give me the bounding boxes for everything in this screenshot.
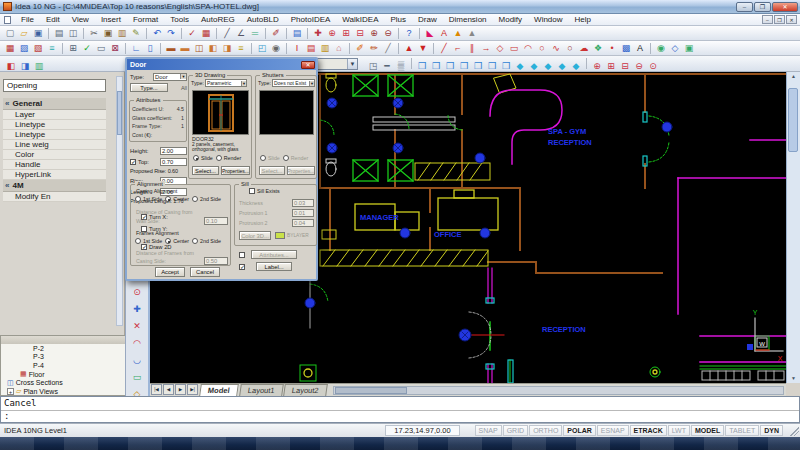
tab-nav-button[interactable]: ▶ [175,384,186,395]
help-icon[interactable]: ? [403,27,416,40]
layer-grid-icon[interactable]: ▦ [4,42,17,55]
dialog-titlebar[interactable]: Door ✕ [127,59,316,70]
zoom-ext-icon[interactable]: ⊕ [591,60,604,73]
window-tool-icon[interactable]: ◨ [221,42,234,55]
mdi-minimize-button[interactable]: ‒ [762,15,773,24]
boundary-tool-icon[interactable]: ◇ [669,42,682,55]
sidebar-section-4m[interactable]: «4M [3,180,106,192]
print-preview-icon[interactable]: ◫ [67,27,80,40]
accept-button[interactable]: Accept [155,267,185,277]
menu-insert[interactable]: Insert [95,14,127,25]
tab-layout2[interactable]: Layout2 [284,384,328,396]
scroll-down-icon[interactable]: ▼ [787,374,800,383]
menu-format[interactable]: Format [127,14,164,25]
plot-style-icon[interactable]: ▒ [395,60,408,73]
zoom-dyn-icon[interactable]: ⊙ [647,60,660,73]
zoom-prev2-icon[interactable]: ⊟ [619,60,632,73]
menu-tools[interactable]: Tools [164,14,195,25]
menu-help[interactable]: Help [569,14,597,25]
menu-edit[interactable]: Edit [40,14,66,25]
image-attach-icon[interactable]: ▣ [683,42,696,55]
draw-ellipse-icon[interactable]: ○ [564,42,577,55]
insert-block-icon[interactable]: ❖ [592,42,605,55]
menu-file[interactable]: File [15,14,40,25]
text-a-icon[interactable]: A [634,42,647,55]
wall-tool-icon[interactable]: ▬ [165,42,178,55]
draw-double-line-icon[interactable]: ∥ [466,42,479,55]
toggle-lwt[interactable]: LWT [668,425,690,436]
v-erase-icon[interactable]: ✕ [131,320,144,333]
toggle-grid[interactable]: GRID [503,425,529,436]
zoom-in-icon[interactable]: ⊕ [368,27,381,40]
render-cube-2-icon[interactable]: ❒ [430,60,443,73]
draw-polygon-icon[interactable]: ◇ [494,42,507,55]
toggle-tablet[interactable]: TABLET [725,425,759,436]
sidebar-item-linetype[interactable]: Linetype [3,130,106,140]
match-properties-icon[interactable]: ◳ [367,60,380,73]
stairs-tool-icon[interactable]: ≡ [235,42,248,55]
menu-plus[interactable]: Plus [385,14,413,25]
sidebar-item-modify-en[interactable]: Modify En [3,192,106,202]
select-button[interactable]: Select... [192,166,219,175]
label-checkbox[interactable] [239,264,245,270]
toggle-etrack[interactable]: ETRACK [630,425,667,436]
4m-warning-icon[interactable]: ▲ [452,27,465,40]
toggle-dyn[interactable]: DYN [760,425,783,436]
category-selector[interactable]: Opening [3,79,106,92]
osnap-settings-icon[interactable]: ◧ [5,60,18,73]
roof-tool-icon[interactable]: ⌂ [333,42,346,55]
batch-check-icon[interactable]: ▦ [200,27,213,40]
zoom-previous-icon[interactable]: ⊟ [354,27,367,40]
menu-autobld[interactable]: AutoBLD [241,14,285,25]
draw-arc-icon[interactable]: ◠ [522,42,535,55]
layer-edit-icon[interactable]: ▨ [18,42,31,55]
top-checkbox[interactable] [130,159,136,165]
render-cube-4-icon[interactable]: ❒ [458,60,471,73]
cancel-button[interactable]: Cancel [190,267,220,277]
zoom-window-icon[interactable]: ⊞ [340,27,353,40]
door-tool-icon[interactable]: ◧ [207,42,220,55]
scroll-thumb[interactable] [788,88,798,152]
attributes-checkbox[interactable] [239,252,245,258]
shade-mode-4-icon[interactable]: ◆ [556,60,569,73]
render-cube-3-icon[interactable]: ❒ [444,60,457,73]
v-arc-bottom-icon[interactable]: ◡ [131,354,144,367]
menu-draw[interactable]: Draw [412,14,443,25]
wall-check-icon[interactable]: ✓ [81,42,94,55]
casing-1st-radio[interactable] [135,196,141,202]
render-cube-7-icon[interactable]: ❒ [500,60,513,73]
menu-dimension[interactable]: Dimension [443,14,493,25]
shade-mode-1-icon[interactable]: ◆ [514,60,527,73]
text-insert-icon[interactable]: I [291,42,304,55]
shutter-slide-radio[interactable] [260,155,266,161]
tab-model[interactable]: Model [199,384,238,396]
corner-tool-icon[interactable]: ∟ [130,42,143,55]
render-cube-6-icon[interactable]: ❒ [486,60,499,73]
sidebar-item-layer[interactable]: Layer [3,110,106,120]
drawing3d-type-combo[interactable]: Parametric ▼ [205,79,247,87]
tri-up-icon[interactable]: ▲ [403,42,416,55]
v-pan-icon[interactable]: ✚ [131,303,144,316]
zoom-win2-icon[interactable]: ⊞ [605,60,618,73]
menu-modify[interactable]: Modify [493,14,529,25]
shutter-render-radio[interactable] [283,155,289,161]
zoom-out-icon[interactable]: ⊖ [382,27,395,40]
menu-autoreg[interactable]: AutoREG [195,14,241,25]
canvas-vertical-scrollbar[interactable]: ▲ ▼ [786,72,800,383]
menu-walkidea[interactable]: WalkIDEA [336,14,384,25]
rect-room-icon[interactable]: ▭ [95,42,108,55]
sidebar-item-handle[interactable]: Handle [3,160,106,170]
lineweight-tool-icon[interactable]: ━ [381,60,394,73]
toggle-model[interactable]: MODEL [691,425,724,436]
region-tool-icon[interactable]: ◉ [655,42,668,55]
sidebar-item-color[interactable]: Color [3,150,106,160]
window-titlebar[interactable]: Idea 10 NG - [C:\4M\IDEA\Top 10 reasons\… [0,0,800,14]
height-field[interactable]: 2.00 [160,147,187,155]
render-cube-5-icon[interactable]: ❒ [472,60,485,73]
top-field[interactable]: 0.70 [160,158,187,166]
draw-ray-icon[interactable]: → [480,42,493,55]
wall-double-icon[interactable]: ▬ [179,42,192,55]
table-tool-icon[interactable]: ⊞ [67,42,80,55]
measure-angle-icon[interactable]: ∠ [235,27,248,40]
properties-button[interactable]: Properties... [221,166,250,175]
